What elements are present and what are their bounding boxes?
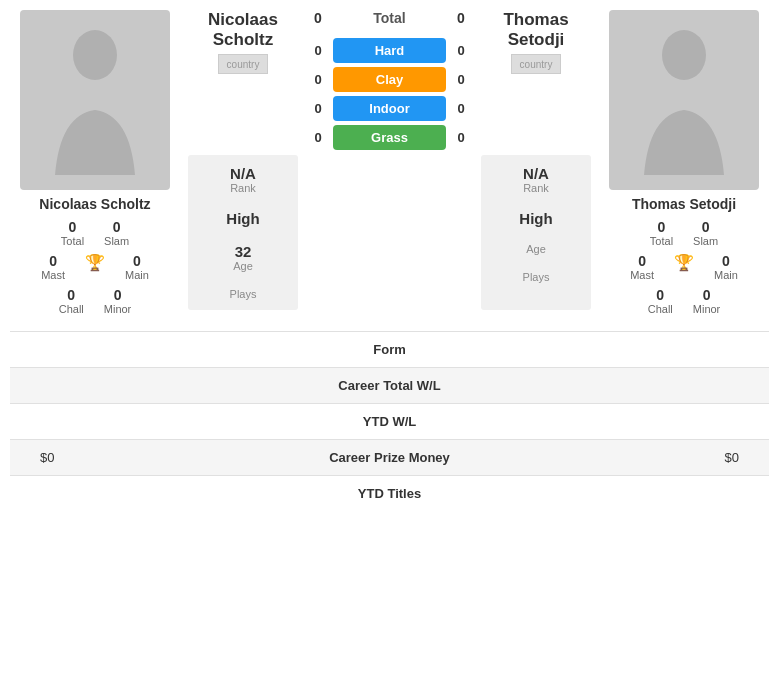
info-boxes-row: N/A Rank High 32 Age Plays bbox=[188, 155, 591, 310]
player2-mast-value: 0 bbox=[638, 253, 646, 269]
player2-mast-cell: 0 Mast bbox=[630, 253, 654, 281]
player2-high-value: High bbox=[487, 210, 585, 227]
player2-minor-value: 0 bbox=[703, 287, 711, 303]
player2-name-col: Thomas Setodji country bbox=[481, 10, 591, 150]
bottom-section: Form Career Total W/L YTD W/L $0 Career … bbox=[10, 331, 769, 511]
player1-age-label: Age bbox=[194, 260, 292, 272]
player2-rank-label: Rank bbox=[487, 182, 585, 194]
player1-silhouette bbox=[45, 25, 145, 175]
player2-slam-label: Slam bbox=[693, 235, 718, 247]
player1-minor-label: Minor bbox=[104, 303, 132, 315]
player1-rank-value: N/A bbox=[194, 165, 292, 182]
player1-name: Nicolaas Scholtz bbox=[39, 196, 150, 212]
player2-total-label: Total bbox=[650, 235, 673, 247]
hard-badge: Hard bbox=[333, 38, 446, 63]
prize-money-row: $0 Career Prize Money $0 bbox=[10, 439, 769, 475]
top-area: Nicolaas Scholtz 0 Total 0 Slam 0 Mast bbox=[10, 10, 769, 318]
form-row: Form bbox=[10, 331, 769, 367]
hard-row: 0 Hard 0 bbox=[303, 38, 476, 63]
player2-minor-label: Minor bbox=[693, 303, 721, 315]
clay-badge: Clay bbox=[333, 67, 446, 92]
player2-minor-cell: 0 Minor bbox=[693, 287, 721, 315]
player1-age-value: 32 bbox=[194, 243, 292, 260]
player2-main-cell: 0 Main bbox=[714, 253, 738, 281]
player1-minor-value: 0 bbox=[114, 287, 122, 303]
p2-clay-score: 0 bbox=[446, 72, 476, 87]
trophy-icon-left: 🏆 bbox=[85, 253, 105, 272]
trophy-icon-right: 🏆 bbox=[674, 253, 694, 272]
career-wl-row: Career Total W/L bbox=[10, 367, 769, 403]
player1-plays-item: Plays bbox=[194, 288, 292, 300]
ytd-wl-row: YTD W/L bbox=[10, 403, 769, 439]
player1-plays-label: Plays bbox=[194, 288, 292, 300]
p2-total-score: 0 bbox=[446, 10, 476, 26]
player1-minor-cell: 0 Minor bbox=[104, 287, 132, 315]
player1-slam-value: 0 bbox=[113, 219, 121, 235]
p2-prize-money: $0 bbox=[589, 450, 739, 465]
player2-plays-label: Plays bbox=[487, 271, 585, 283]
player2-rank-item: N/A Rank bbox=[487, 165, 585, 194]
player2-rank-value: N/A bbox=[487, 165, 585, 182]
player2-age-label: Age bbox=[487, 243, 585, 255]
ytd-titles-row: YTD Titles bbox=[10, 475, 769, 511]
player2-total-value: 0 bbox=[658, 219, 666, 235]
total-surface-row: 0 Total 0 bbox=[303, 10, 476, 26]
player2-country-flag: country bbox=[511, 54, 561, 74]
grass-badge: Grass bbox=[333, 125, 446, 150]
player1-country-flag: country bbox=[218, 54, 268, 74]
player1-info-box: N/A Rank High 32 Age Plays bbox=[188, 155, 298, 310]
middle-area: Nicolaas Scholtz country 0 Total 0 bbox=[188, 10, 591, 318]
grass-row: 0 Grass 0 bbox=[303, 125, 476, 150]
player2-chall-label: Chall bbox=[648, 303, 673, 315]
player2-slam-cell: 0 Slam bbox=[693, 219, 718, 247]
indoor-row: 0 Indoor 0 bbox=[303, 96, 476, 121]
player2-slam-value: 0 bbox=[702, 219, 710, 235]
player1-main-value: 0 bbox=[133, 253, 141, 269]
player1-mast-cell: 0 Mast bbox=[41, 253, 65, 281]
svg-point-1 bbox=[662, 30, 706, 80]
player1-high-item: High bbox=[194, 210, 292, 227]
player1-chall-cell: 0 Chall bbox=[59, 287, 84, 315]
player1-photo bbox=[20, 10, 170, 190]
player1-age-item: 32 Age bbox=[194, 243, 292, 272]
player1-chall-label: Chall bbox=[59, 303, 84, 315]
surface-rows: 0 Hard 0 0 Clay 0 0 Indoor 0 bbox=[303, 38, 476, 150]
p1-clay-score: 0 bbox=[303, 72, 333, 87]
player1-box: Nicolaas Scholtz 0 Total 0 Slam 0 Mast bbox=[10, 10, 180, 318]
player2-age-item: Age bbox=[487, 243, 585, 255]
p2-grass-score: 0 bbox=[446, 130, 476, 145]
player1-flag: country bbox=[218, 54, 268, 74]
indoor-badge: Indoor bbox=[333, 96, 446, 121]
player1-stats-row3: 0 Chall 0 Minor bbox=[59, 287, 132, 315]
player2-stats-row1: 0 Total 0 Slam bbox=[650, 219, 718, 247]
player2-box: Thomas Setodji 0 Total 0 Slam 0 Mast bbox=[599, 10, 769, 318]
form-label: Form bbox=[373, 342, 406, 357]
player2-stats-row2: 0 Mast 🏆 0 Main bbox=[630, 253, 738, 281]
svg-point-0 bbox=[73, 30, 117, 80]
p2-hard-score: 0 bbox=[446, 43, 476, 58]
player1-rank-item: N/A Rank bbox=[194, 165, 292, 194]
player1-total-value: 0 bbox=[69, 219, 77, 235]
player2-photo bbox=[609, 10, 759, 190]
player1-trophy-cell: 🏆 bbox=[85, 253, 105, 281]
p1-indoor-score: 0 bbox=[303, 101, 333, 116]
center-surfaces: 0 Total 0 0 Hard 0 0 Clay bbox=[303, 10, 476, 150]
p1-hard-score: 0 bbox=[303, 43, 333, 58]
player1-slam-cell: 0 Slam bbox=[104, 219, 129, 247]
player1-name-col: Nicolaas Scholtz country bbox=[188, 10, 298, 150]
player2-name-center: Thomas Setodji bbox=[481, 10, 591, 50]
player1-rank-label: Rank bbox=[194, 182, 292, 194]
player1-slam-label: Slam bbox=[104, 235, 129, 247]
player1-stats-row1: 0 Total 0 Slam bbox=[61, 219, 129, 247]
ytd-titles-label: YTD Titles bbox=[358, 486, 421, 501]
player2-stats-row3: 0 Chall 0 Minor bbox=[648, 287, 721, 315]
p2-indoor-score: 0 bbox=[446, 101, 476, 116]
ytd-wl-label: YTD W/L bbox=[363, 414, 416, 429]
career-wl-label: Career Total W/L bbox=[338, 378, 440, 393]
player2-trophy-cell: 🏆 bbox=[674, 253, 694, 281]
player1-chall-value: 0 bbox=[67, 287, 75, 303]
player2-mast-label: Mast bbox=[630, 269, 654, 281]
player2-main-label: Main bbox=[714, 269, 738, 281]
player1-stats-row2: 0 Mast 🏆 0 Main bbox=[41, 253, 149, 281]
player1-high-value: High bbox=[194, 210, 292, 227]
